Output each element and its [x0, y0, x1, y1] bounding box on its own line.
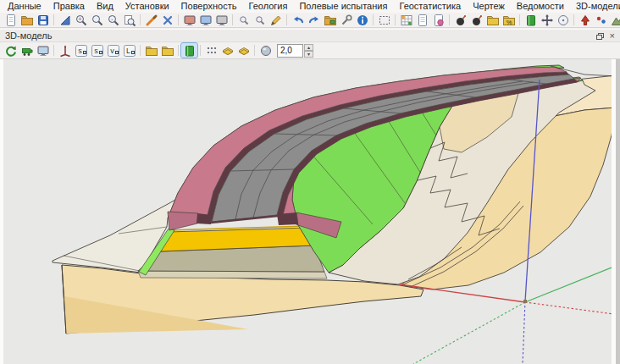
menu-item-2[interactable]: Вид — [91, 0, 119, 13]
view-plan-button[interactable] — [181, 13, 197, 27]
redraw-button[interactable] — [143, 13, 159, 27]
open-project-folder-button[interactable] — [322, 13, 338, 27]
new-document-button[interactable] — [3, 13, 19, 27]
edit-drawing-icon — [269, 14, 283, 27]
redraw-icon — [145, 14, 158, 27]
zoom-window-button[interactable] — [121, 13, 137, 27]
select-frame-button[interactable] — [376, 13, 392, 27]
menu-item-10[interactable]: 3D-модели — [570, 0, 620, 13]
cancel-button[interactable] — [159, 13, 175, 27]
table-settings-icon — [400, 14, 413, 27]
zoom-fragment-1-button[interactable] — [235, 13, 252, 27]
zoom-in-button[interactable]: + — [73, 13, 89, 27]
float-panel-button[interactable] — [596, 33, 603, 39]
toggle-surfaces-button[interactable]: s — [73, 43, 89, 58]
show-geology-button[interactable] — [181, 43, 197, 58]
save-button[interactable] — [35, 13, 51, 27]
model-settings-button[interactable] — [19, 43, 35, 58]
edit-drawing-button[interactable] — [268, 13, 284, 27]
axes-xyz-icon — [58, 44, 72, 58]
view-section-icon — [199, 14, 213, 27]
menu-item-7[interactable]: Геостатистика — [393, 0, 467, 13]
toolbar-separator — [286, 14, 287, 25]
refresh-model-icon — [4, 44, 18, 58]
svg-text:%: % — [506, 18, 512, 25]
layers-percent-button[interactable]: % — [501, 13, 517, 27]
vertical-scale-probe-button[interactable] — [257, 43, 274, 58]
panel-title-bar: 3D-модель × — [0, 29, 620, 42]
grid-points-button[interactable] — [203, 43, 219, 58]
axes-xyz-button[interactable] — [57, 43, 73, 58]
refresh-model-button[interactable] — [3, 43, 19, 58]
menu-item-5[interactable]: Геология — [242, 0, 293, 13]
zoom-fragment-2-button[interactable] — [252, 13, 268, 27]
sheet-icon — [416, 14, 429, 27]
redo-icon — [307, 14, 321, 27]
menu-item-9[interactable]: Ведомости — [511, 0, 570, 13]
settings-tools-button[interactable] — [338, 13, 354, 27]
info-button[interactable] — [354, 13, 370, 27]
toggle-surfaces-icon: s — [75, 44, 88, 58]
model-settings-icon — [20, 44, 34, 58]
menu-item-4[interactable]: Поверхность — [175, 0, 243, 13]
toolbar-separator — [140, 45, 141, 56]
zoom-select-button[interactable] — [57, 13, 73, 27]
zoom-out-button[interactable]: - — [105, 13, 121, 27]
open-layer-1-button[interactable] — [143, 43, 159, 58]
spin-down-button[interactable]: ▾ — [304, 51, 313, 58]
relief-button[interactable] — [609, 13, 620, 27]
spin-up-button[interactable]: ▴ — [304, 44, 313, 51]
view-model-button[interactable] — [213, 13, 230, 27]
3d-viewport[interactable] — [0, 59, 620, 364]
toggle-solids-button[interactable]: s — [89, 43, 105, 58]
full-screen-button[interactable] — [35, 43, 51, 58]
move-model-button[interactable] — [539, 13, 555, 27]
legend-button[interactable] — [523, 13, 539, 27]
sheet-button[interactable] — [414, 13, 430, 27]
float-panel-icon — [596, 33, 603, 39]
embankment-layers — [138, 226, 327, 279]
toggle-sections-button[interactable]: L — [121, 43, 137, 58]
3d-scene — [0, 59, 620, 364]
table-settings-button[interactable] — [398, 13, 414, 27]
panel-title: 3D-модель — [5, 30, 596, 41]
probe-1-button[interactable] — [452, 13, 468, 27]
view-section-button[interactable] — [197, 13, 213, 27]
points-button[interactable] — [593, 13, 609, 27]
menu-item-3[interactable]: Установки — [119, 0, 175, 13]
rotate-view-button[interactable] — [555, 13, 571, 27]
layers-percent-icon: % — [502, 14, 516, 27]
toolbar-separator — [519, 14, 520, 25]
zoom-pan-button[interactable] — [89, 13, 105, 27]
open-layer-1-icon — [145, 44, 158, 58]
prism-layers-1-icon — [221, 44, 235, 58]
vertical-exaggeration-input[interactable] — [277, 44, 303, 58]
menu-item-6[interactable]: Полевые испытания — [293, 0, 393, 13]
toolbar-separator — [178, 14, 179, 25]
redo-button[interactable] — [306, 13, 322, 27]
menu-item-1[interactable]: Правка — [47, 0, 91, 13]
toolbar-separator — [200, 45, 201, 56]
toolbar-separator — [449, 14, 450, 25]
menu-item-8[interactable]: Чертеж — [467, 0, 511, 13]
prism-layers-2-button[interactable] — [235, 43, 252, 58]
sheet-template-button[interactable] — [430, 13, 446, 27]
probe-2-button[interactable] — [468, 13, 484, 27]
marker-up-button[interactable] — [577, 13, 593, 27]
undo-button[interactable] — [290, 13, 306, 27]
points-icon — [595, 14, 608, 27]
toggle-vectors-button[interactable]: v — [105, 43, 121, 58]
svg-text:+: + — [78, 16, 81, 22]
zoom-select-icon — [58, 14, 72, 27]
view-plan-icon — [183, 14, 197, 27]
new-document-icon — [4, 14, 18, 27]
open-file-button[interactable] — [19, 13, 35, 27]
axes-origin — [523, 300, 527, 303]
menu-item-0[interactable]: Данные — [2, 0, 47, 13]
prism-layers-1-button[interactable] — [219, 43, 235, 58]
close-panel-button[interactable]: × — [610, 31, 615, 41]
layers-folder-button[interactable] — [484, 13, 501, 27]
panel-toolbar: ssvL ▴ ▾ — [0, 42, 620, 59]
vertical-scale-probe-icon — [259, 44, 273, 58]
open-layer-2-button[interactable] — [159, 43, 175, 58]
